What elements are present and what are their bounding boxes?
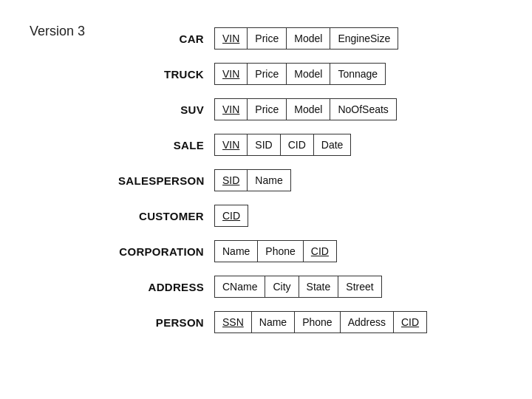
fields-salesperson: SIDName [214, 169, 290, 191]
entity-label-sale: SALE [118, 139, 214, 151]
version-label: Version 3 [30, 24, 85, 39]
entity-label-person: PERSON [118, 316, 214, 329]
field-address-street: Street [338, 276, 381, 298]
fields-suv: VINPriceModelNoOfSeats [214, 98, 396, 120]
field-car-price: Price [247, 27, 287, 50]
field-sale-date: Date [313, 134, 352, 156]
schema-row-car: CARVINPriceModelEngineSize [118, 21, 426, 56]
field-suv-price: Price [247, 98, 287, 120]
field-address-state: State [299, 276, 339, 298]
fields-sale: VINSIDCIDDate [214, 134, 350, 156]
field-salesperson-sid: SID [214, 169, 248, 191]
field-car-model: Model [286, 27, 330, 50]
schema-row-customer: CUSTOMERCID [118, 198, 426, 233]
fields-customer: CID [214, 205, 248, 227]
schema-row-salesperson: SALESPERSONSIDName [118, 163, 426, 198]
field-person-name: Name [251, 311, 295, 333]
field-truck-tonnage: Tonnage [330, 63, 386, 85]
fields-person: SSNNamePhoneAddressCID [214, 311, 426, 333]
schema-row-sale: SALEVINSIDCIDDate [118, 127, 426, 163]
field-suv-model: Model [286, 98, 330, 120]
field-car-vin: VIN [214, 27, 248, 50]
field-sale-vin: VIN [214, 134, 248, 156]
entity-label-customer: CUSTOMER [118, 210, 214, 222]
field-person-ssn: SSN [214, 311, 252, 333]
field-salesperson-name: Name [247, 169, 290, 191]
field-car-enginesize: EngineSize [330, 27, 398, 50]
schema-row-truck: TRUCKVINPriceModelTonnage [118, 56, 426, 92]
schema-row-person: PERSONSSNNamePhoneAddressCID [118, 304, 426, 340]
field-suv-vin: VIN [214, 98, 248, 120]
field-address-city: City [265, 276, 299, 298]
field-person-address: Address [340, 311, 394, 333]
fields-truck: VINPriceModelTonnage [214, 63, 385, 85]
schema-row-suv: SUVVINPriceModelNoOfSeats [118, 92, 426, 127]
field-sale-sid: SID [247, 134, 280, 156]
field-person-phone: Phone [294, 311, 340, 333]
field-corporation-name: Name [214, 240, 258, 262]
field-corporation-phone: Phone [257, 240, 303, 262]
schema-container: CARVINPriceModelEngineSizeTRUCKVINPriceM… [118, 21, 426, 340]
schema-row-corporation: CORPORATIONNamePhoneCID [118, 233, 426, 269]
entity-label-suv: SUV [118, 103, 214, 116]
field-truck-price: Price [247, 63, 287, 85]
schema-row-address: ADDRESSCNameCityStateStreet [118, 269, 426, 304]
field-corporation-cid: CID [303, 240, 337, 262]
field-address-cname: CName [214, 276, 265, 298]
field-sale-cid: CID [280, 134, 314, 156]
entity-label-car: CAR [118, 33, 214, 45]
fields-corporation: NamePhoneCID [214, 240, 336, 262]
fields-car: VINPriceModelEngineSize [214, 27, 398, 50]
field-customer-cid: CID [214, 205, 248, 227]
entity-label-address: ADDRESS [118, 281, 214, 293]
entity-label-truck: TRUCK [118, 68, 214, 81]
field-truck-vin: VIN [214, 63, 248, 85]
field-suv-noofseats: NoOfSeats [330, 98, 396, 120]
field-person-cid: CID [393, 311, 427, 333]
entity-label-salesperson: SALESPERSON [118, 174, 214, 187]
fields-address: CNameCityStateStreet [214, 276, 381, 298]
field-truck-model: Model [286, 63, 330, 85]
entity-label-corporation: CORPORATION [118, 245, 214, 258]
